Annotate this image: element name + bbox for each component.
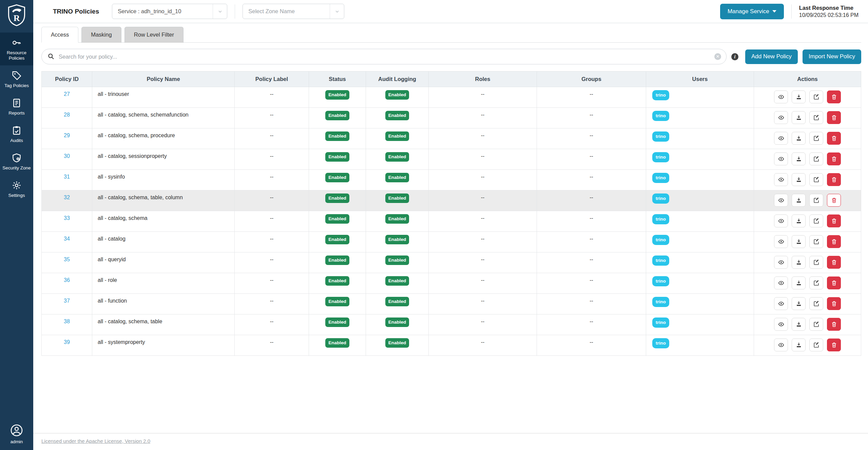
delete-policy-button[interactable] xyxy=(827,318,841,331)
delete-policy-button[interactable] xyxy=(827,339,841,351)
policy-id-link[interactable]: 30 xyxy=(64,153,70,159)
info-icon[interactable]: i xyxy=(731,53,738,60)
table-row: 33 all - catalog, schema -- Enabled Enab… xyxy=(42,211,861,232)
manage-service-button[interactable]: Manage Service xyxy=(720,4,784,19)
zone-select[interactable]: Select Zone Name xyxy=(243,4,344,19)
view-policy-button[interactable] xyxy=(774,235,788,248)
tab-row-level-filter[interactable]: Row Level Filter xyxy=(124,27,184,43)
export-policy-button[interactable] xyxy=(792,277,806,289)
delete-policy-button[interactable] xyxy=(827,277,841,289)
sidebar-item-audits[interactable]: Audits xyxy=(0,120,33,148)
view-policy-button[interactable] xyxy=(774,111,788,124)
export-policy-button[interactable] xyxy=(792,256,806,269)
groups-cell: -- xyxy=(537,211,646,232)
trash-icon xyxy=(831,342,837,348)
last-response-time: Last Response Time 10/09/2025 02:53:16 P… xyxy=(799,4,859,19)
export-policy-button[interactable] xyxy=(792,152,806,165)
edit-policy-button[interactable] xyxy=(809,111,823,124)
delete-policy-button[interactable] xyxy=(827,235,841,248)
sidebar-nav: Resource Policies Tag Policies Reports A… xyxy=(0,33,33,203)
view-policy-button[interactable] xyxy=(774,318,788,331)
export-policy-button[interactable] xyxy=(792,194,806,207)
view-policy-button[interactable] xyxy=(774,132,788,145)
policy-id-link[interactable]: 32 xyxy=(64,195,70,200)
apache-license-link[interactable]: Licensed under the Apache License, Versi… xyxy=(41,438,150,444)
export-policy-button[interactable] xyxy=(792,111,806,124)
export-policy-button[interactable] xyxy=(792,173,806,186)
view-policy-button[interactable] xyxy=(774,297,788,310)
export-policy-button[interactable] xyxy=(792,339,806,351)
view-policy-button[interactable] xyxy=(774,339,788,351)
audit-badge: Enabled xyxy=(385,131,409,141)
edit-policy-button[interactable] xyxy=(809,235,823,248)
policy-id-link[interactable]: 39 xyxy=(64,339,70,345)
delete-policy-button[interactable] xyxy=(827,90,841,103)
search-input[interactable] xyxy=(41,49,727,64)
view-policy-button[interactable] xyxy=(774,90,788,103)
delete-policy-button[interactable] xyxy=(827,214,841,227)
delete-policy-button[interactable] xyxy=(827,297,841,310)
edit-policy-button[interactable] xyxy=(809,297,823,310)
view-policy-button[interactable] xyxy=(774,194,788,207)
delete-policy-button[interactable] xyxy=(827,256,841,269)
view-policy-button[interactable] xyxy=(774,152,788,165)
policy-id-link[interactable]: 34 xyxy=(64,236,70,242)
sidebar-item-settings[interactable]: Settings xyxy=(0,175,33,203)
view-policy-button[interactable] xyxy=(774,173,788,186)
audit-logging-cell: Enabled xyxy=(366,294,429,314)
sidebar-item-label: Resource Policies xyxy=(1,50,32,61)
edit-policy-button[interactable] xyxy=(809,152,823,165)
edit-policy-button[interactable] xyxy=(809,256,823,269)
view-policy-button[interactable] xyxy=(774,214,788,227)
service-select[interactable]: Service : adh_trino_id_10 xyxy=(112,4,227,19)
tab-masking[interactable]: Masking xyxy=(81,27,121,43)
export-policy-button[interactable] xyxy=(792,132,806,145)
delete-policy-button[interactable] xyxy=(827,194,841,207)
policy-id-link[interactable]: 36 xyxy=(64,277,70,283)
view-policy-button[interactable] xyxy=(774,256,788,269)
content-spacer xyxy=(41,356,861,433)
sidebar-item-reports[interactable]: Reports xyxy=(0,93,33,120)
edit-policy-button[interactable] xyxy=(809,214,823,227)
actions-cell xyxy=(754,128,861,149)
policy-id-link[interactable]: 33 xyxy=(64,215,70,221)
export-policy-button[interactable] xyxy=(792,214,806,227)
policy-id-link[interactable]: 37 xyxy=(64,298,70,304)
export-policy-button[interactable] xyxy=(792,235,806,248)
delete-policy-button[interactable] xyxy=(827,132,841,145)
export-policy-button[interactable] xyxy=(792,297,806,310)
edit-policy-button[interactable] xyxy=(809,318,823,331)
view-policy-button[interactable] xyxy=(774,277,788,289)
edit-icon xyxy=(813,342,819,348)
edit-policy-button[interactable] xyxy=(809,173,823,186)
delete-policy-button[interactable] xyxy=(827,152,841,165)
tab-access[interactable]: Access xyxy=(41,27,78,43)
delete-policy-button[interactable] xyxy=(827,173,841,186)
status-cell: Enabled xyxy=(309,190,366,211)
delete-policy-button[interactable] xyxy=(827,111,841,124)
policy-id-link[interactable]: 27 xyxy=(64,91,70,97)
edit-policy-button[interactable] xyxy=(809,277,823,289)
policy-id-link[interactable]: 35 xyxy=(64,257,70,262)
sidebar-item-security-zone[interactable]: Security Zone xyxy=(0,148,33,175)
export-policy-button[interactable] xyxy=(792,318,806,331)
export-policy-button[interactable] xyxy=(792,90,806,103)
sidebar-item-resource-policies[interactable]: Resource Policies xyxy=(0,33,33,65)
user-menu[interactable]: admin xyxy=(0,424,33,450)
policy-id-link[interactable]: 38 xyxy=(64,319,70,324)
clear-search-icon[interactable]: ✕ xyxy=(714,53,721,60)
eye-icon xyxy=(778,301,784,307)
import-new-policy-button[interactable]: Import New Policy xyxy=(803,49,861,64)
edit-policy-button[interactable] xyxy=(809,90,823,103)
policy-id-link[interactable]: 28 xyxy=(64,112,70,118)
policy-id-link[interactable]: 29 xyxy=(64,132,70,138)
edit-policy-button[interactable] xyxy=(809,194,823,207)
policy-id-link[interactable]: 31 xyxy=(64,174,70,180)
ranger-logo[interactable]: R xyxy=(0,0,33,33)
trash-icon xyxy=(831,94,837,100)
edit-policy-button[interactable] xyxy=(809,339,823,351)
edit-policy-button[interactable] xyxy=(809,132,823,145)
column-header-policy-label: Policy Label xyxy=(235,71,309,87)
add-new-policy-button[interactable]: Add New Policy xyxy=(745,49,798,64)
sidebar-item-tag-policies[interactable]: Tag Policies xyxy=(0,65,33,93)
